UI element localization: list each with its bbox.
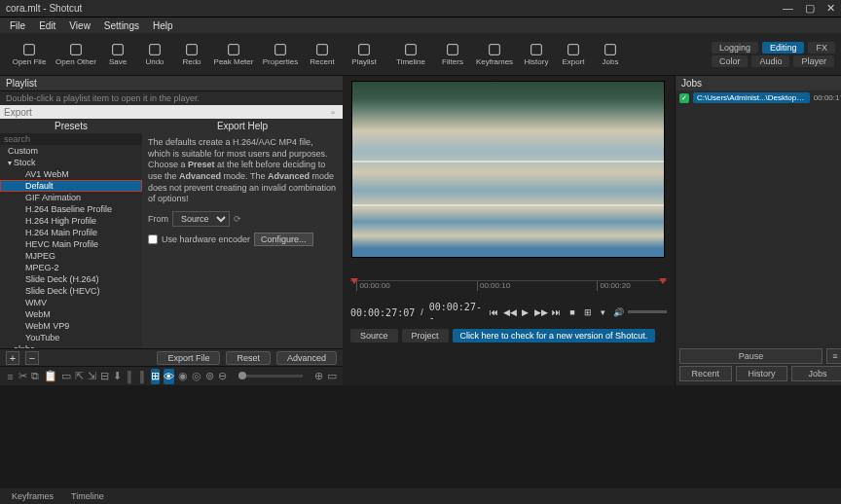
rewind-icon[interactable]: ◀◀ <box>503 306 517 319</box>
export-close-icon[interactable]: ▫ <box>327 107 339 118</box>
ripple-icon[interactable]: ◉ <box>178 369 188 384</box>
open-other-button[interactable]: Open Other <box>53 35 99 74</box>
properties-button[interactable]: Properties <box>257 35 304 74</box>
menu-edit[interactable]: Edit <box>33 19 61 32</box>
marker-icon[interactable]: ⬇ <box>113 369 122 384</box>
preset-h-264-main-profile[interactable]: H.264 Main Profile <box>0 227 142 238</box>
zoom-icon[interactable]: ▾ <box>597 306 610 319</box>
volume-slider[interactable] <box>628 310 667 313</box>
preset-av1-webm[interactable]: AV1 WebM <box>0 168 142 180</box>
ripple-markers-icon[interactable]: ⊚ <box>205 369 214 384</box>
history-tab[interactable]: History <box>736 366 788 381</box>
preset-webm-vp9[interactable]: WebM VP9 <box>0 320 142 332</box>
time-ruler[interactable]: 00:00:00 00:00:10 00:00:20 <box>350 280 667 300</box>
jobs-tab[interactable]: Jobs <box>791 366 841 381</box>
preset-gif-animation[interactable]: GIF Animation <box>0 192 142 203</box>
scrub-toggle[interactable]: 👁 <box>164 369 174 384</box>
reset-button[interactable]: Reset <box>226 351 271 365</box>
hw-encoder-checkbox[interactable] <box>148 234 158 244</box>
volume-icon[interactable]: 🔊 <box>612 306 626 319</box>
bottom-tab-timeline[interactable]: Timeline <box>63 490 112 502</box>
preset-custom[interactable]: Custom <box>0 145 142 157</box>
zoom-out-icon[interactable]: ⊖ <box>218 369 227 384</box>
preset-hevc-main-profile[interactable]: HEVC Main Profile <box>0 238 142 250</box>
save-button[interactable]: Save <box>99 35 136 74</box>
split-icon[interactable]: ⊟ <box>100 369 109 384</box>
layout-editing[interactable]: Editing <box>762 42 805 54</box>
fastfwd-icon[interactable]: ▶▶ <box>534 306 548 319</box>
preset-stock[interactable]: Stock <box>0 157 142 168</box>
reload-icon[interactable]: ⟳ <box>234 214 241 224</box>
bottom-tab-keyframes[interactable]: Keyframes <box>4 490 61 502</box>
recent-tab[interactable]: Recent <box>679 366 732 381</box>
out-marker[interactable] <box>659 278 667 284</box>
snap-toggle[interactable]: ⊞ <box>151 369 160 384</box>
layout-player[interactable]: Player <box>793 55 834 67</box>
preset-default[interactable]: Default <box>0 180 142 192</box>
menu-help[interactable]: Help <box>147 19 179 32</box>
keyframes-button[interactable]: Keyframes <box>471 35 518 74</box>
update-banner[interactable]: Click here to check for a new version of… <box>453 329 656 342</box>
overwrite-icon[interactable]: ⇲ <box>88 369 96 384</box>
playlist-button[interactable]: Playlist <box>341 35 387 74</box>
redo-button[interactable]: Redo <box>173 35 210 74</box>
loop-icon[interactable]: ■ <box>566 306 579 319</box>
copy-icon[interactable]: ⧉ <box>31 369 40 384</box>
from-select[interactable]: Source <box>172 211 230 227</box>
layout-audio[interactable]: Audio <box>751 55 789 67</box>
export-file-button[interactable]: Export File <box>157 351 220 365</box>
playlist-tab[interactable]: Playlist <box>0 76 343 91</box>
minimize-button[interactable]: — <box>783 2 793 15</box>
preset-add-button[interactable]: + <box>6 351 19 365</box>
preset-search-input[interactable] <box>0 133 142 145</box>
close-button[interactable]: ✕ <box>826 2 835 15</box>
filters-button[interactable]: Filters <box>434 35 471 74</box>
zoom-fit-icon[interactable]: ▭ <box>327 369 337 384</box>
menu-icon[interactable]: ≡ <box>6 369 15 384</box>
layout-color[interactable]: Color <box>712 55 749 67</box>
menu-file[interactable]: File <box>4 19 31 32</box>
advanced-button[interactable]: Advanced <box>276 351 337 365</box>
menu-settings[interactable]: Settings <box>98 19 145 32</box>
preset-list[interactable]: CustomStockAV1 WebMDefaultGIF AnimationH… <box>0 145 142 348</box>
layout-logging[interactable]: Logging <box>712 42 758 54</box>
timeline-button[interactable]: Timeline <box>387 35 434 74</box>
open-file-button[interactable]: Open File <box>6 35 53 74</box>
zoom-slider[interactable] <box>238 375 304 378</box>
preset-remove-button[interactable]: − <box>25 351 39 365</box>
play-icon[interactable]: ▶ <box>519 306 532 319</box>
jobs-menu-icon[interactable]: ≡ <box>826 348 841 364</box>
project-tab[interactable]: Project <box>402 329 449 342</box>
next-marker-icon[interactable]: ║ <box>138 369 147 384</box>
preset-slide-deck-hevc-[interactable]: Slide Deck (HEVC) <box>0 285 142 297</box>
layout-fx[interactable]: FX <box>808 42 835 54</box>
preset-wmv[interactable]: WMV <box>0 297 142 308</box>
jobs-button[interactable]: Jobs <box>592 35 629 74</box>
prev-marker-icon[interactable]: ║ <box>126 369 134 384</box>
export-button[interactable]: Export <box>555 35 592 74</box>
current-timecode[interactable]: 00:00:27:07 <box>350 307 415 318</box>
preset-mjpeg[interactable]: MJPEG <box>0 250 142 262</box>
preset-youtube[interactable]: YouTube <box>0 332 142 343</box>
ripple-all-icon[interactable]: ◎ <box>192 369 201 384</box>
cut-icon[interactable]: ✂ <box>18 369 27 384</box>
export-search-input[interactable] <box>4 107 327 118</box>
paste-icon[interactable]: 📋 <box>44 369 57 384</box>
grid-icon[interactable]: ⊞ <box>581 306 595 319</box>
undo-button[interactable]: Undo <box>136 35 173 74</box>
timeline-area[interactable] <box>0 385 841 488</box>
lift-icon[interactable]: ⇱ <box>75 369 84 384</box>
skip-prev-icon[interactable]: ⏮ <box>488 306 501 319</box>
zoom-in-icon[interactable]: ⊕ <box>314 369 323 384</box>
configure-button[interactable]: Configure... <box>254 233 313 246</box>
preset-slide-deck-h-264-[interactable]: Slide Deck (H.264) <box>0 273 142 285</box>
append-icon[interactable]: ▭ <box>61 369 71 384</box>
peak-meter-button[interactable]: Peak Meter <box>210 35 257 74</box>
source-tab[interactable]: Source <box>350 329 398 342</box>
preset-h-264-high-profile[interactable]: H.264 High Profile <box>0 215 142 227</box>
pause-button[interactable]: Pause <box>679 348 823 364</box>
preset-mpeg-2[interactable]: MPEG-2 <box>0 262 142 273</box>
skip-next-icon[interactable]: ⏭ <box>550 306 564 319</box>
preset-h-264-baseline-profile[interactable]: H.264 Baseline Profile <box>0 203 142 215</box>
maximize-button[interactable]: ▢ <box>805 2 815 15</box>
